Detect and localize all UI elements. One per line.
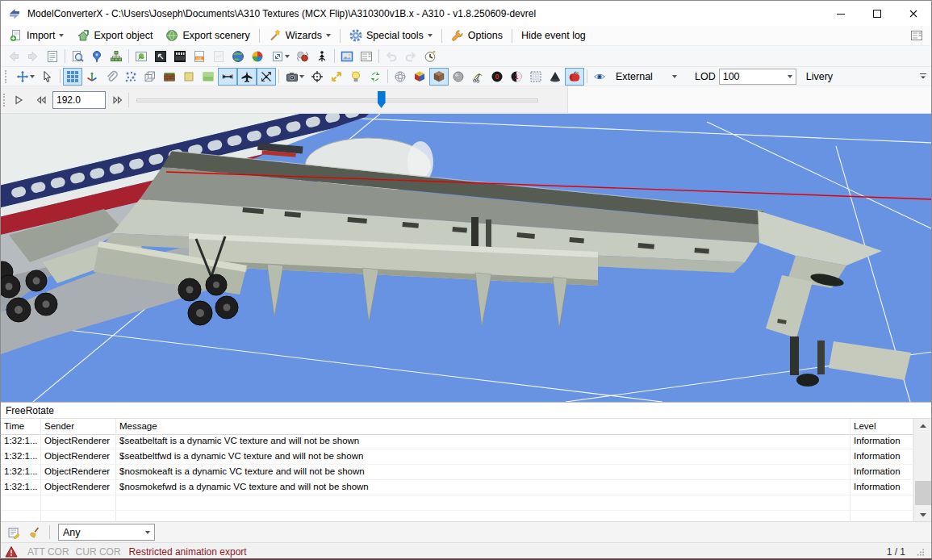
scrollbar-thumb[interactable] — [915, 481, 931, 505]
drawing-button[interactable] — [209, 48, 228, 65]
log-cell-sender[interactable]: ObjectRenderer — [41, 480, 116, 495]
event-log-scrollbar[interactable] — [913, 419, 931, 521]
polygon-button[interactable] — [179, 68, 199, 86]
resize-button[interactable] — [267, 48, 293, 65]
log-cell-level[interactable]: Information — [851, 465, 913, 480]
minimize-button[interactable] — [822, 1, 859, 26]
edit-filter-button[interactable] — [5, 524, 23, 541]
log-cell-sender[interactable]: ObjectRenderer — [41, 465, 116, 480]
aircraft-button[interactable] — [237, 68, 257, 86]
log-column-header-level[interactable]: Level — [851, 419, 913, 435]
render-mode-combobox[interactable]: External — [611, 69, 682, 85]
hierarchy-button[interactable] — [107, 48, 126, 65]
special-tools-button[interactable]: Special tools — [343, 27, 439, 44]
redo-button[interactable] — [401, 48, 420, 65]
hide-event-log-button[interactable]: Hide event log — [515, 27, 592, 44]
animation-editor-button[interactable] — [170, 48, 190, 65]
visibility-button[interactable] — [590, 68, 609, 86]
undo-button[interactable] — [382, 48, 401, 65]
lod0-button[interactable]: 0 — [487, 68, 507, 86]
frame-input[interactable] — [52, 91, 106, 109]
preview-button[interactable] — [68, 48, 87, 65]
axes-button[interactable] — [82, 68, 102, 86]
texture-editor-button[interactable] — [132, 48, 151, 65]
toolbar-overflow-button[interactable] — [917, 69, 930, 85]
sun-button[interactable] — [327, 68, 346, 86]
log-cell-time[interactable]: 1:32:1... — [1, 449, 41, 465]
ground-plane-button[interactable] — [199, 68, 218, 86]
clear-log-button[interactable] — [26, 524, 44, 541]
log-column-header-time[interactable]: Time — [1, 419, 41, 435]
attach-points-button[interactable] — [102, 68, 121, 86]
wizards-button[interactable]: Wizards — [262, 27, 337, 44]
grid-button[interactable] — [63, 68, 82, 86]
nav-back-button[interactable] — [4, 48, 23, 65]
log-cell-level[interactable]: Information — [851, 434, 913, 449]
wire-sphere-button[interactable] — [391, 68, 410, 86]
options-button[interactable]: Options — [445, 27, 509, 44]
xml-editor-button[interactable]: XML — [190, 48, 209, 65]
log-cell-time[interactable]: 1:32:1... — [1, 480, 41, 495]
selection-grid-button[interactable] — [526, 68, 545, 86]
log-cell-sender[interactable]: ObjectRenderer — [41, 434, 116, 449]
textured-view-button[interactable] — [429, 68, 449, 86]
fast-forward-button[interactable] — [108, 90, 127, 110]
sphere-button[interactable] — [449, 68, 468, 86]
light-button[interactable] — [346, 68, 366, 86]
screenshot-button[interactable] — [337, 48, 357, 65]
apple-button[interactable] — [565, 68, 584, 86]
maximize-button[interactable] — [859, 1, 895, 26]
earth-button[interactable] — [228, 48, 248, 65]
jump-button[interactable] — [312, 48, 332, 65]
camera-button[interactable] — [282, 68, 307, 86]
select-button[interactable] — [38, 68, 57, 86]
axis-cross-button[interactable] — [257, 68, 276, 86]
material-editor-button[interactable] — [151, 48, 170, 65]
close-button[interactable] — [895, 1, 931, 26]
rewind-button[interactable] — [31, 90, 51, 110]
nav-forward-button[interactable] — [23, 48, 43, 65]
viewport-3d[interactable] — [1, 114, 931, 402]
log-cell-message[interactable]: $nosmokefwd is a dynamic VC texture and … — [116, 480, 851, 495]
log-cell-message[interactable]: $nosmokeaft is a dynamic VC texture and … — [116, 465, 851, 480]
log-cell-time[interactable]: 1:32:1... — [1, 434, 41, 449]
scroll-up-button[interactable] — [914, 419, 931, 433]
lod1-button[interactable]: 1 — [507, 68, 526, 86]
particles-button[interactable] — [121, 68, 140, 86]
log-cell-level[interactable]: Information — [851, 449, 913, 465]
export-scenery-button[interactable]: Export scenery — [159, 27, 256, 44]
cut-button[interactable] — [468, 68, 487, 86]
refresh-button[interactable] — [366, 68, 385, 86]
log-cell-level[interactable]: Information — [851, 480, 913, 495]
scroll-down-button[interactable] — [914, 508, 931, 521]
center-view-button[interactable] — [307, 68, 327, 86]
lod-combobox[interactable]: 100 — [719, 69, 796, 85]
log-column-header-message[interactable]: Message — [116, 419, 851, 435]
fit-view-button[interactable] — [12, 68, 38, 86]
log-cell-message[interactable]: $seatbeltaft is a dynamic VC texture and… — [116, 434, 851, 449]
log-column-header-sender[interactable]: Sender — [41, 419, 116, 435]
event-log-panel-button[interactable] — [908, 27, 926, 44]
log-cell-sender[interactable]: ObjectRenderer — [41, 449, 116, 465]
toolbar-grip[interactable] — [3, 94, 5, 107]
level-filter-combobox[interactable]: Any — [58, 524, 155, 541]
toolbar-grip[interactable] — [5, 70, 9, 83]
import-button[interactable]: Import — [3, 27, 70, 44]
play-button[interactable] — [9, 90, 28, 110]
color-cube-button[interactable] — [410, 68, 429, 86]
ground-texture-button[interactable] — [160, 68, 179, 86]
placemark-button[interactable] — [87, 48, 107, 65]
wireframe-button[interactable] — [140, 68, 160, 86]
measure-button[interactable] — [218, 68, 237, 86]
animation-slider[interactable] — [136, 98, 538, 102]
export-object-button[interactable]: Export object — [70, 27, 159, 44]
event-log-button[interactable] — [43, 48, 62, 65]
time-button[interactable] — [420, 48, 440, 65]
object-info-button[interactable] — [357, 48, 376, 65]
cone-button[interactable] — [545, 68, 565, 86]
log-cell-message[interactable]: $seatbeltfwd is a dynamic VC texture and… — [116, 449, 851, 465]
statistics-button[interactable] — [248, 48, 267, 65]
replace-texture-button[interactable] — [293, 48, 312, 65]
resize-grip-icon[interactable] — [917, 547, 927, 558]
log-cell-time[interactable]: 1:32:1... — [1, 465, 41, 480]
